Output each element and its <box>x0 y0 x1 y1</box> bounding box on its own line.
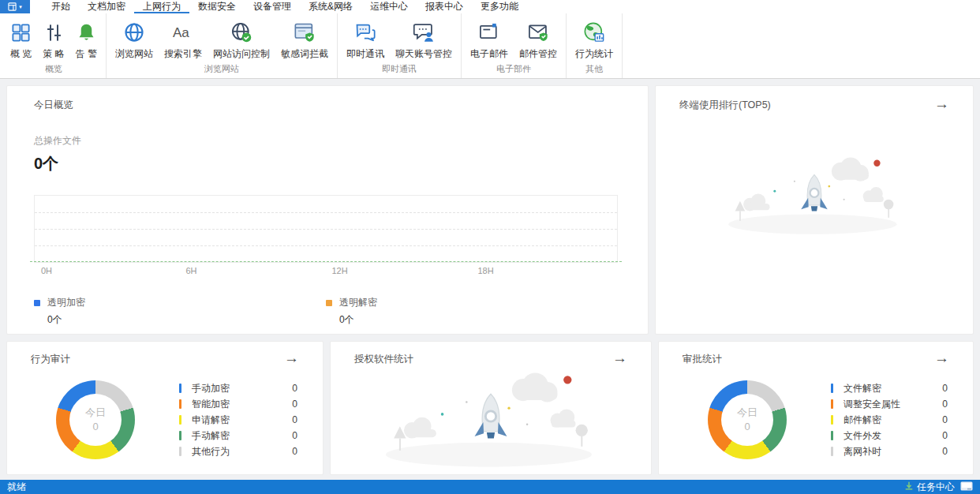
legend-swatch <box>179 431 181 440</box>
ribbon-group-label: 即时通讯 <box>341 62 458 79</box>
globe-icon <box>123 19 145 46</box>
legend-label: 调整安全属性 <box>843 398 900 411</box>
legend-label: 透明加密 <box>47 296 85 309</box>
ribbon-group-email: 电子邮件 邮件管控 电子部件 <box>462 13 567 78</box>
legend-label: 邮件解密 <box>843 414 881 427</box>
legend-label: 文件解密 <box>843 382 881 395</box>
legend-row: 智能加密 0 <box>179 396 297 412</box>
legend-label: 透明解密 <box>339 296 377 309</box>
legend-value: 0 <box>942 383 948 394</box>
empty-state-rocket-illustration <box>679 153 949 236</box>
tab-doc-encrypt[interactable]: 文档加密 <box>79 0 134 13</box>
ribbon-item-label: 网站访问控制 <box>213 47 270 61</box>
ribbon-item-website-access-control[interactable]: 网站访问控制 <box>208 17 275 62</box>
legend-item: 透明加密 0个 <box>34 296 326 327</box>
tab-internet-behavior[interactable]: 上网行为 <box>134 0 189 13</box>
card-title: 授权软件统计 <box>354 353 413 366</box>
app-window-icon <box>8 0 17 14</box>
ribbon-group-label: 电子部件 <box>465 62 563 79</box>
legend-label: 其他行为 <box>192 445 230 458</box>
behavior-audit-card: 行为审计 → 今日 0 手动加密 0 <box>6 341 324 475</box>
tab-data-security[interactable]: 数据安全 <box>189 0 245 13</box>
licensed-software-card: 授权软件统计 → <box>330 341 652 475</box>
legend-value: 0 <box>292 383 297 394</box>
ribbon-item-label: 概 览 <box>10 47 32 61</box>
tab-ops-center[interactable]: 运维中心 <box>361 0 417 13</box>
ribbon-item-policy[interactable]: 策 略 <box>37 17 69 62</box>
globe-check-icon <box>230 19 252 46</box>
ribbon-group-other: 行为统计 其他 <box>567 13 623 78</box>
status-text: 就绪 <box>7 481 26 494</box>
tab-system-network[interactable]: 系统&网络 <box>300 0 361 13</box>
ribbon-item-email-control[interactable]: 邮件管控 <box>514 17 563 62</box>
tab-start[interactable]: 开始 <box>43 0 79 13</box>
ribbon-group-label: 浏览网站 <box>110 62 334 79</box>
ribbon-item-browse-website[interactable]: 浏览网站 <box>110 17 159 62</box>
donut-center-label: 今日 0 <box>56 380 135 459</box>
grid-icon <box>10 19 32 46</box>
tab-report-center[interactable]: 报表中心 <box>417 0 472 13</box>
ribbon-item-overview[interactable]: 概 览 <box>5 17 37 62</box>
download-icon <box>904 481 914 493</box>
ribbon-item-email[interactable]: 电子邮件 <box>465 17 514 62</box>
ribbon-item-label: 邮件管控 <box>519 47 557 61</box>
x-tick: 0H <box>41 266 52 275</box>
globe-chart-icon <box>583 19 605 46</box>
approval-stats-donut-chart: 今日 0 <box>708 380 787 459</box>
legend-row: 离网补时 0 <box>831 443 948 459</box>
ribbon-group-browse: 浏览网站 Aa 搜索引擎 网站访问控制 敏感词拦截 浏览网站 <box>107 13 338 78</box>
x-tick: 6H <box>185 266 196 275</box>
arrow-right-icon[interactable]: → <box>284 353 299 364</box>
arrow-right-icon[interactable]: → <box>934 99 949 110</box>
ribbon-item-chat-account-control[interactable]: 聊天账号管控 <box>390 17 458 62</box>
legend-value: 0 <box>942 446 948 457</box>
legend-row: 其他行为 0 <box>179 443 297 459</box>
legend-swatch <box>326 300 332 306</box>
ribbon-item-sensitive-word-block[interactable]: 敏感词拦截 <box>275 17 334 62</box>
legend-value: 0 <box>942 430 948 441</box>
ribbon-item-alert[interactable]: 告 警 <box>70 17 103 62</box>
chevron-down-icon: ▾ <box>19 4 22 9</box>
legend-row: 文件外发 0 <box>831 428 948 443</box>
bell-icon <box>76 19 97 46</box>
ribbon-tabs: 开始 文档加密 上网行为 数据安全 设备管理 系统&网络 运维中心 报表中心 更… <box>43 0 527 13</box>
ribbon-item-label: 敏感词拦截 <box>281 47 328 61</box>
time-distribution-chart <box>34 195 618 263</box>
legend-swatch <box>179 415 181 425</box>
ribbon-item-label: 告 警 <box>76 47 97 61</box>
task-center-label: 任务中心 <box>917 481 955 494</box>
ribbon-toolbar: 概 览 策 略 告 警 概览 浏览网站 <box>0 13 980 79</box>
ribbon-item-instant-messaging[interactable]: 即时通讯 <box>341 17 390 62</box>
ribbon-item-label: 行为统计 <box>575 47 613 61</box>
arrow-right-icon[interactable]: → <box>934 353 949 364</box>
envelope-icon <box>478 19 500 46</box>
terminal-rank-card: 终端使用排行(TOP5) → <box>655 85 974 335</box>
legend-label: 手动加密 <box>192 382 230 395</box>
app-menu-button[interactable]: ▾ <box>0 0 30 13</box>
ribbon-item-behavior-statistics[interactable]: 行为统计 <box>570 17 619 62</box>
card-title: 审批统计 <box>683 353 722 366</box>
legend-swatch <box>831 431 833 440</box>
task-center-button[interactable]: 任务中心 <box>904 481 955 494</box>
legend-row: 文件解密 0 <box>831 380 948 396</box>
legend-value: 0 <box>292 399 297 410</box>
metric-label: 总操作文件 <box>34 134 621 148</box>
client-monitor-icon[interactable] <box>960 481 973 493</box>
legend-row: 手动解密 0 <box>179 428 297 443</box>
ribbon-item-search-engine[interactable]: Aa 搜索引擎 <box>159 17 208 62</box>
ribbon-item-label: 搜索引擎 <box>164 47 202 61</box>
chat-bubbles-icon <box>354 19 376 46</box>
ribbon-item-label: 策 略 <box>43 47 64 61</box>
legend-label: 申请解密 <box>192 414 230 427</box>
legend-label: 离网补时 <box>843 445 881 458</box>
arrow-right-icon[interactable]: → <box>612 353 627 364</box>
tab-device-mgmt[interactable]: 设备管理 <box>245 0 300 13</box>
ribbon-item-label: 即时通讯 <box>346 47 384 61</box>
envelope-shield-icon <box>527 19 549 46</box>
x-axis-ticks: 0H 6H 12H 18H <box>34 266 618 279</box>
legend-swatch <box>831 399 833 409</box>
ribbon-group-im: 即时通讯 聊天账号管控 即时通讯 <box>338 13 462 78</box>
donut-legend: 文件解密 0 调整安全属性 0 邮件解密 0 <box>831 380 949 459</box>
svg-text:Aa: Aa <box>173 25 189 40</box>
tab-more-features[interactable]: 更多功能 <box>472 0 527 13</box>
